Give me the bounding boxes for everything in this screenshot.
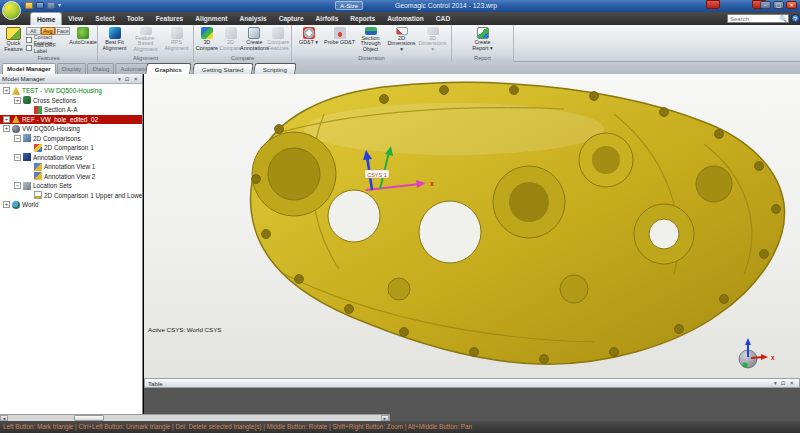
tree-expander-icon[interactable]: + <box>3 201 10 208</box>
restore-button[interactable]: ▢ <box>773 1 784 9</box>
tree-item[interactable]: − Location Sets <box>0 181 142 191</box>
menu-tab[interactable]: Select <box>89 12 120 25</box>
table-dropdown-icon[interactable]: ▾ <box>772 380 779 386</box>
search-box[interactable]: 🔍 <box>727 14 789 23</box>
mesh-model[interactable]: CSYS 1 x x <box>144 74 800 378</box>
tree-expander-icon[interactable]: + <box>3 87 10 94</box>
autocreate-button[interactable]: AutoCreate <box>70 26 96 53</box>
search-icon[interactable]: 🔍 <box>780 15 789 22</box>
print-icon[interactable] <box>47 2 55 9</box>
menu-tab[interactable]: Home <box>30 12 62 25</box>
help-icon[interactable]: ? <box>791 14 800 23</box>
panel-pin-icon[interactable]: ⊡ <box>123 76 132 82</box>
ribbon-button[interactable]: 2D Dimensions ▾ <box>386 26 417 53</box>
model-manager-panel: Model Manager ▾ ⊡ ✕ + TEST - VW DQ500-Ho… <box>0 74 143 414</box>
ribbon-button[interactable]: Feature-Based Alignment <box>130 26 161 53</box>
horizontal-scrollbar[interactable]: ◄ ► <box>0 414 390 421</box>
quick-access-toolbar: ▾ <box>25 2 61 9</box>
menu-tab[interactable]: Alignment <box>189 12 233 25</box>
panel-tab[interactable]: Display <box>57 63 87 74</box>
orientation-gizmo[interactable]: x <box>739 338 775 368</box>
scroll-right-icon[interactable]: ► <box>381 415 389 421</box>
table-pin-icon[interactable]: ⊡ <box>779 380 788 386</box>
ribbon: Quick Feature AllAvgFace Contact Feature… <box>0 25 800 62</box>
panel-tab[interactable]: Dialog <box>87 63 114 74</box>
sub-tab-row: Model ManagerDisplayDialogAutomation Gra… <box>0 62 800 74</box>
view-tab[interactable]: Scripting <box>254 63 298 74</box>
sheet-size-dropdown[interactable]: A-Size <box>335 1 363 10</box>
menu-tab[interactable]: Tools <box>121 12 150 25</box>
tree-expander-icon[interactable]: + <box>3 125 10 132</box>
ribbon-button[interactable]: 3D Compare <box>195 26 219 53</box>
panel-dropdown-icon[interactable]: ▾ <box>116 76 123 82</box>
tree-item[interactable]: 2D Comparison 1 Upper and Lower Deviati <box>0 191 142 201</box>
tree-item-icon <box>34 191 42 199</box>
search-input[interactable] <box>728 16 780 22</box>
panel-close-icon[interactable]: ✕ <box>131 76 140 82</box>
app-logo-icon[interactable] <box>2 1 21 20</box>
gizmo-x-axis-label: x <box>771 354 775 361</box>
tree-item[interactable]: − 2D Comparisons <box>0 134 142 144</box>
tree-item[interactable]: + World <box>0 200 142 210</box>
menu-tab[interactable]: Airfoils <box>310 12 345 25</box>
scroll-left-icon[interactable]: ◄ <box>0 415 8 421</box>
contact-feature-checkbox[interactable] <box>26 37 32 43</box>
menu-tab[interactable]: CAD <box>430 12 456 25</box>
ribbon-button[interactable]: Best Fit Alignment <box>99 26 130 53</box>
menu-tab[interactable]: Features <box>150 12 190 25</box>
tree-item-icon <box>34 172 42 180</box>
tree-item[interactable]: 2D Comparison 1 <box>0 143 142 153</box>
menu-tab[interactable]: Automation <box>381 12 430 25</box>
minimize-button[interactable]: – <box>760 1 771 9</box>
ribbon-button[interactable]: Probe GD&T <box>324 26 355 53</box>
feature-options: AllAvgFace Contact Feature Add DRF Label <box>26 26 70 53</box>
ribbon-button-icon <box>140 27 152 35</box>
menu-tab[interactable]: View <box>62 12 89 25</box>
add-drf-label-option[interactable]: Add DRF Label <box>26 44 70 52</box>
tree-item[interactable]: + Cross Sections <box>0 96 142 106</box>
tree-item[interactable]: + VW DQ500-Housing <box>0 124 142 134</box>
table-panel-header: Table ▾ ⊡ ✕ <box>144 378 800 388</box>
tree-item[interactable]: Annotation View 1 <box>0 162 142 172</box>
tree-expander-icon[interactable]: − <box>14 135 21 142</box>
close-button[interactable]: ✕ <box>786 1 797 9</box>
ribbon-button[interactable]: Create Annotations <box>242 26 266 53</box>
tree-item-icon <box>23 153 31 161</box>
tree-item-icon <box>12 115 20 123</box>
ribbon-button-icon <box>303 27 315 39</box>
menu-tab[interactable]: Reports <box>344 12 381 25</box>
tree-expander-icon[interactable]: − <box>14 182 21 189</box>
ribbon-button[interactable]: 2D Compare <box>219 26 243 53</box>
menu-tab[interactable]: Capture <box>273 12 310 25</box>
tree-item[interactable]: Section A-A <box>0 105 142 115</box>
view-tab[interactable]: Getting Started <box>192 63 253 74</box>
ribbon-button[interactable]: Section Through Object <box>355 26 386 53</box>
ribbon-button[interactable]: GD&T ▾ <box>293 26 324 53</box>
menu-tab[interactable]: Analysis <box>234 12 273 25</box>
tree-item[interactable]: + REF - VW_hole_edited_02 <box>0 115 142 125</box>
table-close-icon[interactable]: ✕ <box>787 380 796 386</box>
csys-label: CSYS 1 <box>367 172 387 178</box>
panel-tab[interactable]: Model Manager <box>2 63 56 74</box>
graphics-viewport[interactable]: CSYS 1 x x Active CSYS: World CSYS <box>144 74 800 378</box>
tree-item[interactable]: Annotation View 2 <box>0 172 142 182</box>
open-file-icon[interactable] <box>25 2 33 9</box>
view-tab[interactable]: Graphics <box>145 63 191 74</box>
qat-dropdown-icon[interactable]: ▾ <box>58 2 61 9</box>
add-drf-label-checkbox[interactable] <box>26 45 32 51</box>
tree-item[interactable]: − Annotation Views <box>0 153 142 163</box>
ribbon-button[interactable]: RPS Alignment <box>161 26 192 53</box>
scrollbar-thumb[interactable] <box>74 415 104 421</box>
ribbon-button-icon <box>248 27 260 39</box>
tree-expander-icon[interactable]: + <box>14 97 21 104</box>
ribbon-button[interactable]: 3D Dimensions ▾ <box>417 26 448 53</box>
tree-item-icon <box>12 125 20 133</box>
create-report-button[interactable]: Create Report ▾ <box>467 26 498 53</box>
save-icon[interactable] <box>36 2 44 9</box>
tree-item[interactable]: + TEST - VW DQ500-Housing <box>0 86 142 96</box>
quick-feature-button[interactable]: Quick Feature <box>1 26 26 53</box>
tree-item-icon <box>23 134 31 142</box>
tree-expander-icon[interactable]: + <box>3 116 10 123</box>
tree-expander-icon[interactable]: − <box>14 154 21 161</box>
ribbon-button[interactable]: Compare Features <box>266 26 290 53</box>
